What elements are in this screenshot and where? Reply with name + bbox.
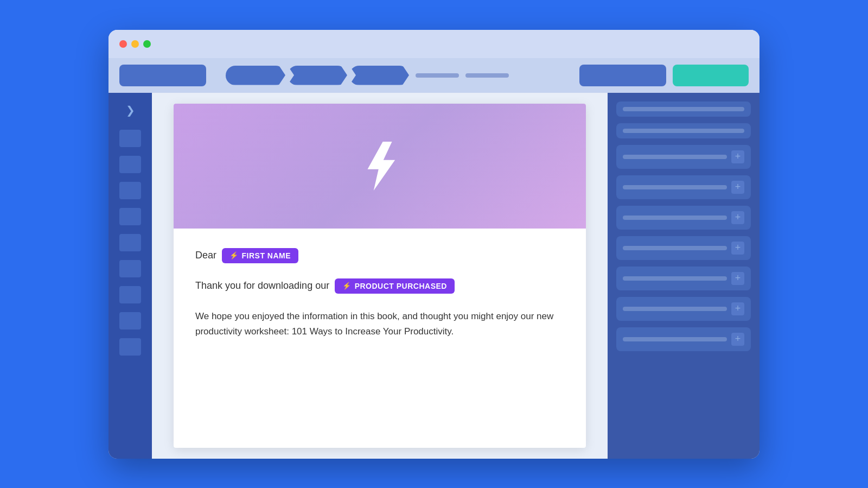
email-banner bbox=[174, 104, 586, 229]
sidebar-item[interactable] bbox=[119, 130, 141, 147]
panel-line bbox=[623, 216, 727, 220]
minimize-button[interactable] bbox=[131, 40, 139, 48]
product-tag-icon: ⚡ bbox=[342, 282, 352, 290]
center-content: Dear ⚡ FIRST NAME Thank you for download… bbox=[152, 93, 608, 459]
step-1[interactable] bbox=[226, 66, 285, 85]
merge-tag-icon: ⚡ bbox=[229, 251, 239, 259]
back-button[interactable] bbox=[119, 65, 206, 86]
first-name-tag[interactable]: ⚡ FIRST NAME bbox=[222, 248, 298, 263]
email-body: Dear ⚡ FIRST NAME Thank you for download… bbox=[174, 229, 586, 360]
top-toolbar bbox=[108, 58, 760, 93]
close-button[interactable] bbox=[119, 40, 127, 48]
panel-line bbox=[623, 276, 727, 281]
right-panel: + + + + + bbox=[608, 93, 760, 459]
panel-line bbox=[623, 155, 727, 159]
sidebar-item[interactable] bbox=[119, 286, 141, 303]
product-tag-label: PRODUCT PURCHASED bbox=[355, 282, 447, 290]
sidebar-item[interactable] bbox=[119, 208, 141, 225]
add-button[interactable]: + bbox=[731, 333, 744, 346]
first-name-tag-label: FIRST NAME bbox=[242, 251, 291, 260]
step-dash-2 bbox=[465, 73, 509, 78]
panel-line bbox=[623, 129, 744, 133]
add-button[interactable]: + bbox=[731, 211, 744, 224]
lightning-bolt-icon bbox=[361, 142, 399, 191]
app-chrome: ❯ bbox=[108, 58, 760, 459]
right-panel-item[interactable]: + bbox=[616, 327, 751, 351]
panel-line bbox=[623, 107, 744, 111]
dear-line: Dear ⚡ FIRST NAME bbox=[195, 248, 564, 263]
continue-button[interactable] bbox=[673, 65, 749, 86]
sidebar-item[interactable] bbox=[119, 234, 141, 251]
add-button[interactable]: + bbox=[731, 150, 744, 163]
right-panel-item[interactable]: + bbox=[616, 297, 751, 321]
sidebar-item[interactable] bbox=[119, 338, 141, 356]
sidebar-item[interactable] bbox=[119, 260, 141, 277]
add-button[interactable]: + bbox=[731, 272, 744, 285]
add-button[interactable]: + bbox=[731, 181, 744, 194]
right-panel-item[interactable]: + bbox=[616, 206, 751, 230]
sidebar-item[interactable] bbox=[119, 312, 141, 329]
sidebar-item[interactable] bbox=[119, 156, 141, 173]
email-paragraph: We hope you enjoyed the information in t… bbox=[195, 309, 564, 340]
product-purchased-tag[interactable]: ⚡ PRODUCT PURCHASED bbox=[335, 278, 455, 294]
right-panel-item[interactable]: + bbox=[616, 175, 751, 199]
thankyou-prefix: Thank you for downloading our bbox=[195, 280, 329, 291]
step-3[interactable] bbox=[349, 66, 409, 85]
right-panel-item[interactable] bbox=[616, 123, 751, 138]
panel-line bbox=[623, 246, 727, 250]
email-preview-card: Dear ⚡ FIRST NAME Thank you for download… bbox=[174, 104, 586, 448]
step-2[interactable] bbox=[288, 66, 347, 85]
thankyou-line: Thank you for downloading our ⚡ PRODUCT … bbox=[195, 278, 564, 294]
step-dash-1 bbox=[416, 73, 459, 78]
right-panel-header-item[interactable] bbox=[616, 102, 751, 117]
main-area: ❯ bbox=[108, 93, 760, 459]
maximize-button[interactable] bbox=[143, 40, 151, 48]
toolbar-right bbox=[579, 65, 749, 86]
dear-label: Dear bbox=[195, 250, 216, 261]
sidebar-item[interactable] bbox=[119, 182, 141, 199]
panel-line bbox=[623, 185, 727, 189]
browser-window: ❯ bbox=[108, 30, 760, 459]
svg-marker-0 bbox=[368, 142, 395, 191]
right-panel-item[interactable]: + bbox=[616, 145, 751, 169]
title-bar bbox=[108, 30, 760, 58]
panel-line bbox=[623, 307, 727, 311]
panel-line bbox=[623, 337, 727, 341]
right-panel-item[interactable]: + bbox=[616, 267, 751, 290]
right-panel-item[interactable]: + bbox=[616, 236, 751, 260]
add-button[interactable]: + bbox=[731, 302, 744, 315]
sidebar-toggle[interactable]: ❯ bbox=[126, 104, 135, 117]
add-button[interactable]: + bbox=[731, 242, 744, 255]
steps-indicator bbox=[226, 66, 509, 85]
save-draft-button[interactable] bbox=[579, 65, 666, 86]
left-sidebar: ❯ bbox=[108, 93, 152, 459]
